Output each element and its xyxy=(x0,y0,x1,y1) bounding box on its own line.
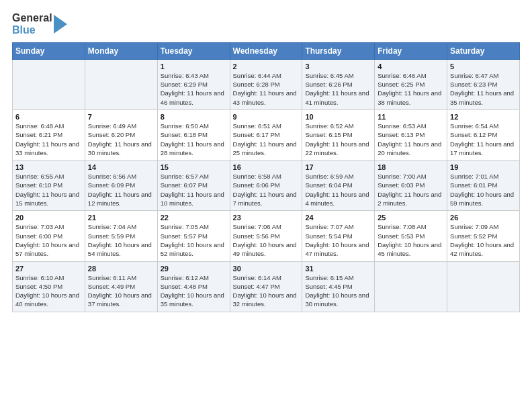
weekday-header-wednesday: Wednesday xyxy=(230,42,302,59)
calendar-cell: 31Sunrise: 6:15 AM Sunset: 4:45 PM Dayli… xyxy=(302,261,375,312)
day-info: Sunrise: 6:54 AM Sunset: 6:12 PM Dayligh… xyxy=(450,122,517,157)
calendar-cell: 26Sunrise: 7:09 AM Sunset: 5:52 PM Dayli… xyxy=(447,211,520,261)
day-number: 20 xyxy=(15,214,82,222)
day-number: 5 xyxy=(450,62,517,71)
day-info: Sunrise: 7:06 AM Sunset: 5:56 PM Dayligh… xyxy=(233,222,300,258)
day-info: Sunrise: 6:50 AM Sunset: 6:18 PM Dayligh… xyxy=(161,122,227,157)
calendar-cell: 8Sunrise: 6:50 AM Sunset: 6:18 PM Daylig… xyxy=(157,109,230,160)
day-number: 23 xyxy=(233,214,300,222)
day-number: 13 xyxy=(15,163,82,171)
day-info: Sunrise: 6:52 AM Sunset: 6:15 PM Dayligh… xyxy=(305,122,371,157)
calendar-cell: 17Sunrise: 6:59 AM Sunset: 6:04 PM Dayli… xyxy=(302,161,375,211)
calendar-cell xyxy=(13,59,85,109)
day-info: Sunrise: 6:44 AM Sunset: 6:28 PM Dayligh… xyxy=(233,71,300,107)
calendar-cell: 24Sunrise: 7:07 AM Sunset: 5:54 PM Dayli… xyxy=(302,211,375,261)
day-number: 24 xyxy=(305,214,371,222)
day-info: Sunrise: 7:03 AM Sunset: 6:00 PM Dayligh… xyxy=(15,222,82,258)
calendar-cell: 20Sunrise: 7:03 AM Sunset: 6:00 PM Dayli… xyxy=(13,211,85,261)
day-number: 1 xyxy=(161,62,227,71)
calendar-cell: 23Sunrise: 7:06 AM Sunset: 5:56 PM Dayli… xyxy=(230,211,302,261)
day-info: Sunrise: 6:11 AM Sunset: 4:49 PM Dayligh… xyxy=(88,273,154,309)
calendar-cell: 5Sunrise: 6:47 AM Sunset: 6:23 PM Daylig… xyxy=(447,59,520,109)
calendar-cell: 15Sunrise: 6:57 AM Sunset: 6:07 PM Dayli… xyxy=(157,161,230,211)
day-number: 25 xyxy=(378,214,444,222)
day-info: Sunrise: 7:04 AM Sunset: 5:59 PM Dayligh… xyxy=(88,222,154,258)
day-info: Sunrise: 6:56 AM Sunset: 6:09 PM Dayligh… xyxy=(88,172,154,208)
day-info: Sunrise: 7:05 AM Sunset: 5:57 PM Dayligh… xyxy=(161,222,227,258)
day-number: 2 xyxy=(233,62,300,71)
week-row-2: 6Sunrise: 6:48 AM Sunset: 6:21 PM Daylig… xyxy=(13,109,520,160)
day-number: 18 xyxy=(378,163,444,171)
day-number: 11 xyxy=(378,113,444,121)
calendar-cell: 1Sunrise: 6:43 AM Sunset: 6:29 PM Daylig… xyxy=(157,59,230,109)
calendar-cell: 28Sunrise: 6:11 AM Sunset: 4:49 PM Dayli… xyxy=(85,261,157,312)
day-number: 14 xyxy=(88,163,154,171)
calendar-cell: 7Sunrise: 6:49 AM Sunset: 6:20 PM Daylig… xyxy=(85,109,157,160)
calendar-cell: 18Sunrise: 7:00 AM Sunset: 6:03 PM Dayli… xyxy=(375,161,447,211)
day-number: 9 xyxy=(233,113,300,121)
day-info: Sunrise: 7:08 AM Sunset: 5:53 PM Dayligh… xyxy=(378,222,444,258)
logo-text-general: General xyxy=(12,12,52,24)
calendar-cell: 11Sunrise: 6:53 AM Sunset: 6:13 PM Dayli… xyxy=(375,109,447,160)
day-number: 4 xyxy=(378,62,444,71)
week-row-4: 20Sunrise: 7:03 AM Sunset: 6:00 PM Dayli… xyxy=(13,211,520,261)
day-info: Sunrise: 6:12 AM Sunset: 4:48 PM Dayligh… xyxy=(161,273,227,309)
week-row-5: 27Sunrise: 6:10 AM Sunset: 4:50 PM Dayli… xyxy=(13,261,520,312)
weekday-header-sunday: Sunday xyxy=(13,42,85,59)
day-info: Sunrise: 7:09 AM Sunset: 5:52 PM Dayligh… xyxy=(450,222,517,258)
calendar-cell: 14Sunrise: 6:56 AM Sunset: 6:09 PM Dayli… xyxy=(85,161,157,211)
calendar-table: SundayMondayTuesdayWednesdayThursdayFrid… xyxy=(12,42,520,312)
day-number: 15 xyxy=(161,163,227,171)
calendar-cell: 12Sunrise: 6:54 AM Sunset: 6:12 PM Dayli… xyxy=(447,109,520,160)
logo-arrow-icon xyxy=(54,15,67,34)
week-row-3: 13Sunrise: 6:55 AM Sunset: 6:10 PM Dayli… xyxy=(13,161,520,211)
day-info: Sunrise: 6:49 AM Sunset: 6:20 PM Dayligh… xyxy=(88,122,154,157)
logo-text-blue: Blue xyxy=(12,24,52,36)
day-number: 22 xyxy=(161,214,227,222)
day-info: Sunrise: 6:43 AM Sunset: 6:29 PM Dayligh… xyxy=(161,71,227,107)
weekday-header-tuesday: Tuesday xyxy=(157,42,230,59)
day-number: 19 xyxy=(450,163,517,171)
calendar-page: General Blue General Blue xyxy=(0,0,532,411)
calendar-cell: 13Sunrise: 6:55 AM Sunset: 6:10 PM Dayli… xyxy=(13,161,85,211)
calendar-cell: 30Sunrise: 6:14 AM Sunset: 4:47 PM Dayli… xyxy=(230,261,302,312)
day-info: Sunrise: 6:59 AM Sunset: 6:04 PM Dayligh… xyxy=(305,172,371,208)
day-info: Sunrise: 6:53 AM Sunset: 6:13 PM Dayligh… xyxy=(378,122,444,157)
calendar-cell: 4Sunrise: 6:46 AM Sunset: 6:25 PM Daylig… xyxy=(375,59,447,109)
calendar-cell: 21Sunrise: 7:04 AM Sunset: 5:59 PM Dayli… xyxy=(85,211,157,261)
day-info: Sunrise: 6:10 AM Sunset: 4:50 PM Dayligh… xyxy=(15,273,82,309)
day-number: 6 xyxy=(15,113,82,121)
week-row-1: 1Sunrise: 6:43 AM Sunset: 6:29 PM Daylig… xyxy=(13,59,520,109)
calendar-cell: 27Sunrise: 6:10 AM Sunset: 4:50 PM Dayli… xyxy=(13,261,85,312)
weekday-header-friday: Friday xyxy=(375,42,447,59)
calendar-cell: 29Sunrise: 6:12 AM Sunset: 4:48 PM Dayli… xyxy=(157,261,230,312)
day-info: Sunrise: 6:57 AM Sunset: 6:07 PM Dayligh… xyxy=(161,172,227,208)
day-number: 27 xyxy=(15,265,82,273)
day-info: Sunrise: 7:00 AM Sunset: 6:03 PM Dayligh… xyxy=(378,172,444,208)
weekday-header-monday: Monday xyxy=(85,42,157,59)
day-number: 21 xyxy=(88,214,154,222)
day-info: Sunrise: 6:51 AM Sunset: 6:17 PM Dayligh… xyxy=(233,122,300,157)
day-number: 29 xyxy=(161,265,227,273)
weekday-header-row: SundayMondayTuesdayWednesdayThursdayFrid… xyxy=(13,42,520,59)
day-info: Sunrise: 6:45 AM Sunset: 6:26 PM Dayligh… xyxy=(305,71,371,107)
day-number: 10 xyxy=(305,113,371,121)
calendar-cell: 16Sunrise: 6:58 AM Sunset: 6:06 PM Dayli… xyxy=(230,161,302,211)
calendar-cell: 19Sunrise: 7:01 AM Sunset: 6:01 PM Dayli… xyxy=(447,161,520,211)
day-number: 28 xyxy=(88,265,154,273)
svg-marker-3 xyxy=(54,15,67,34)
day-number: 12 xyxy=(450,113,517,121)
calendar-cell xyxy=(85,59,157,109)
day-info: Sunrise: 7:01 AM Sunset: 6:01 PM Dayligh… xyxy=(450,172,517,208)
day-number: 7 xyxy=(88,113,154,121)
calendar-cell: 6Sunrise: 6:48 AM Sunset: 6:21 PM Daylig… xyxy=(13,109,85,160)
calendar-cell: 22Sunrise: 7:05 AM Sunset: 5:57 PM Dayli… xyxy=(157,211,230,261)
calendar-cell: 25Sunrise: 7:08 AM Sunset: 5:53 PM Dayli… xyxy=(375,211,447,261)
day-info: Sunrise: 6:48 AM Sunset: 6:21 PM Dayligh… xyxy=(15,122,82,157)
calendar-cell: 3Sunrise: 6:45 AM Sunset: 6:26 PM Daylig… xyxy=(302,59,375,109)
weekday-header-saturday: Saturday xyxy=(447,42,520,59)
day-info: Sunrise: 7:07 AM Sunset: 5:54 PM Dayligh… xyxy=(305,222,371,258)
day-number: 30 xyxy=(233,265,300,273)
day-info: Sunrise: 6:47 AM Sunset: 6:23 PM Dayligh… xyxy=(450,71,517,107)
day-info: Sunrise: 6:46 AM Sunset: 6:25 PM Dayligh… xyxy=(378,71,444,107)
